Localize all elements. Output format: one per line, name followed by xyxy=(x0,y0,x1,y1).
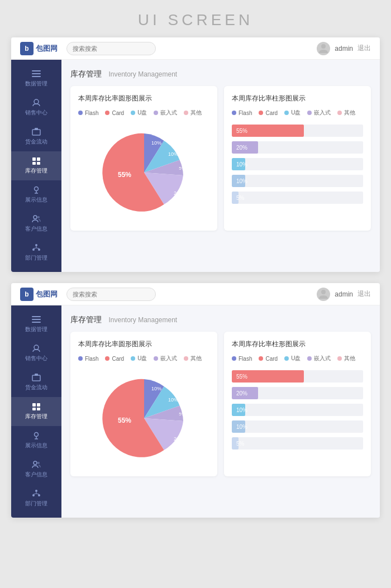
bar-legend-other-2: 其他 xyxy=(337,355,355,362)
sidebar-2-item-sales[interactable]: 销售中心 xyxy=(11,339,61,368)
search-bar-2[interactable] xyxy=(66,288,156,301)
svg-line-44 xyxy=(36,494,39,494)
bar-fill-2-5: 5% xyxy=(232,437,239,450)
svg-rect-2 xyxy=(32,73,41,74)
bar-label-2: 20% xyxy=(236,145,247,151)
svg-point-37 xyxy=(34,461,37,465)
legend-label-other-2: 其他 xyxy=(190,355,202,362)
legend-dot-card xyxy=(105,111,109,115)
data-mgmt-icon xyxy=(31,70,41,78)
sidebar-2-item-customer[interactable]: 客户信息 xyxy=(11,455,61,484)
bar-legend-dot-flash-2 xyxy=(232,356,236,361)
bar-legend-dot-udisk-2 xyxy=(284,356,289,361)
sidebar-item-funds[interactable]: 货金流动 xyxy=(11,122,61,151)
svg-rect-31 xyxy=(35,374,38,376)
sidebar-item-customer[interactable]: 客户信息 xyxy=(11,209,61,238)
bar-legend-dot-other xyxy=(337,111,342,115)
funds-icon-2 xyxy=(31,374,41,381)
page-header: 库存管理 Inventory Management xyxy=(70,69,371,79)
page-header-subtitle-2: Inventory Management xyxy=(108,316,177,324)
bar-legend-other: 其他 xyxy=(337,109,355,117)
bar-legend-flash: Flash xyxy=(232,109,252,117)
logo-2: b 包图网 xyxy=(20,288,58,301)
bar-legend-label-card: Card xyxy=(265,110,278,116)
legend-other-2: 其他 xyxy=(184,355,202,362)
legend-other: 其他 xyxy=(184,109,202,117)
search-bar[interactable] xyxy=(66,42,156,55)
bar-row-2-3: 10% xyxy=(232,404,363,416)
bar-fill-2-4: 10% xyxy=(232,420,245,433)
admin-name: admin xyxy=(335,45,353,52)
charts-row: 本周库存比率圆形图展示 Flash Card U盘 xyxy=(70,86,371,231)
data-mgmt-icon-2 xyxy=(31,315,41,323)
sidebar-item-data-mgmt[interactable]: 数据管理 xyxy=(11,64,61,93)
bar-fill-4: 10% xyxy=(232,175,245,187)
sidebar-item-sales[interactable]: 销售中心 xyxy=(11,93,61,122)
bar-legend-card: Card xyxy=(259,109,278,117)
bar-legend-dot-embedded-2 xyxy=(307,356,312,361)
bar-legend-dot-card xyxy=(259,111,263,115)
legend-label-card-2: Card xyxy=(112,356,124,362)
bar-label-5: 5% xyxy=(236,195,244,201)
svg-rect-1 xyxy=(32,70,41,71)
screen-1: b 包图网 admin 退出 xyxy=(11,37,380,272)
search-input-2[interactable] xyxy=(66,288,156,301)
bar-legend-label-flash: Flash xyxy=(239,110,252,116)
legend-dot-card-2 xyxy=(105,356,109,361)
bar-fill-2-2: 20% xyxy=(232,387,258,399)
logo-icon-2: b xyxy=(20,288,34,301)
svg-text:10%: 10% xyxy=(151,140,161,146)
bar-fill-5: 5% xyxy=(232,192,239,204)
bar-bg-2-5: 5% xyxy=(232,437,363,450)
bar-legend-dot-udisk xyxy=(284,111,289,115)
sidebar: 数据管理 销售中心 货金流动 xyxy=(11,60,61,272)
page-header-title: 库存管理 xyxy=(70,69,102,78)
search-input[interactable] xyxy=(66,42,156,55)
bar-chart-2: 55% 20% xyxy=(232,368,363,452)
bar-label-2-3: 10% xyxy=(236,407,247,413)
svg-text:55%: 55% xyxy=(117,171,131,179)
pie-container: 10% 10% 5% 20% 55% xyxy=(78,122,209,223)
sidebar-2-item-display[interactable]: 展示信息 xyxy=(11,426,61,455)
main-content: 库存管理 Inventory Management 本周库存比率圆形图展示 Fl… xyxy=(61,60,380,272)
sidebar-2-item-data-mgmt[interactable]: 数据管理 xyxy=(11,310,61,339)
legend-flash: Flash xyxy=(78,109,98,117)
sales-icon-2 xyxy=(31,345,41,352)
svg-rect-33 xyxy=(37,403,40,407)
svg-point-40 xyxy=(32,494,35,496)
logout-btn[interactable]: 退出 xyxy=(357,44,371,53)
sidebar-2-item-funds[interactable]: 货金流动 xyxy=(11,368,61,397)
legend-label-flash-2: Flash xyxy=(85,356,98,362)
logo-text: 包图网 xyxy=(36,44,58,54)
bar-label-1: 55% xyxy=(236,128,247,134)
bar-legend-udisk-2: U盘 xyxy=(284,355,301,362)
sidebar-item-display[interactable]: 展示信息 xyxy=(11,180,61,209)
sidebar-item-inventory[interactable]: 库存管理 xyxy=(11,151,61,180)
screen-2: b 包图网 admin 退出 xyxy=(11,283,380,518)
legend-udisk-2: U盘 xyxy=(131,355,147,362)
bar-bg-2-3: 10% xyxy=(232,404,363,416)
bar-legend-card-2: Card xyxy=(259,355,278,362)
page-header-subtitle: Inventory Management xyxy=(108,70,177,78)
bar-bg-5: 5% xyxy=(232,192,363,204)
svg-point-4 xyxy=(34,99,39,104)
logout-btn-2[interactable]: 退出 xyxy=(357,289,371,299)
bar-row-2-1: 55% xyxy=(232,370,363,383)
header-2: b 包图网 admin 退出 xyxy=(11,283,380,305)
sidebar-2-item-inventory[interactable]: 库存管理 xyxy=(11,397,61,426)
bar-fill-2: 20% xyxy=(232,141,258,154)
sidebar-item-dept[interactable]: 部门管理 xyxy=(11,238,61,267)
bar-bg-2-4: 10% xyxy=(232,420,363,433)
logo: b 包图网 xyxy=(20,42,58,55)
bar-row-1: 55% xyxy=(232,125,363,137)
bar-chart-card-2: 本周库存比率柱形图展示 Flash Card U盘 xyxy=(224,332,371,476)
svg-point-12 xyxy=(34,216,37,219)
svg-text:20%: 20% xyxy=(173,190,183,196)
logo-text-2: 包图网 xyxy=(36,289,58,299)
svg-text:20%: 20% xyxy=(173,436,183,442)
bar-legend-label-udisk-2: U盘 xyxy=(291,355,301,362)
bar-fill-1: 55% xyxy=(232,125,304,137)
svg-point-41 xyxy=(38,494,40,496)
page-header-title-2: 库存管理 xyxy=(70,315,102,324)
sidebar-2-item-dept[interactable]: 部门管理 xyxy=(11,484,61,513)
